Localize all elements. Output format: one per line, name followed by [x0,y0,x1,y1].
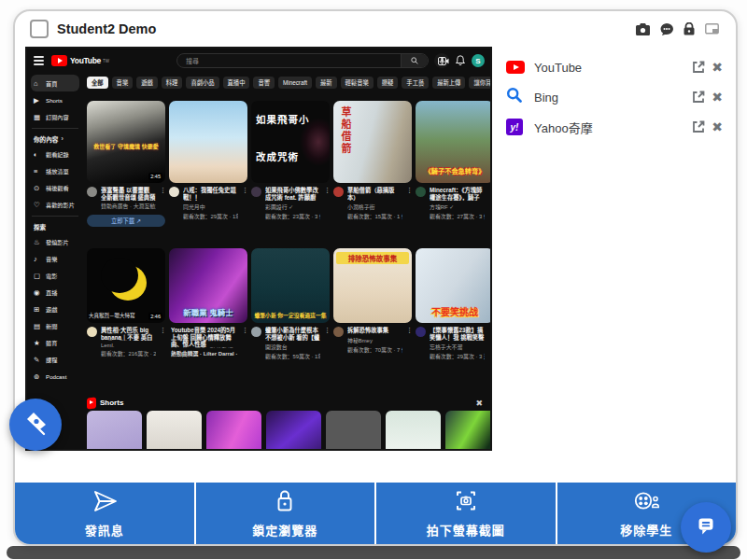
tab-row-youtube: YouTube ✖ [506,52,723,82]
thumbnail-text: 改成咒術 [256,149,299,163]
yt-sidebar-history: ◐觀看記錄 [27,146,83,162]
channel-name: 小潤格子街 [347,203,402,211]
yt-content: 全部 音樂 遊戲 料理 喜劇小品 直播中 音響 Minecraft 最新 輕鬆音… [83,73,490,449]
lock-icon[interactable] [684,22,695,35]
yahoo-icon: y! [506,119,523,135]
remove-student-icon [631,488,661,517]
chat-button[interactable] [681,502,731,553]
yt-notifications-icon [456,52,465,69]
watch-later-icon: ⊙ [34,184,46,192]
menu-icon [34,56,44,65]
video-thumbnail [169,101,247,183]
video-meta: 贊助商廣告 · 大潤互動力勁：6.0分 [101,202,156,210]
kebab-menu-icon: ⋮ [324,187,330,220]
thumbnail-text: 不要笑挑战 [416,304,490,318]
chip: 全部 [87,77,108,89]
duration-badge: 2:45 [148,173,162,180]
yt-sidebar-liked-videos: ♡喜歡的影片 [27,196,83,213]
video-meta: 觀看次數：29萬次 · 3 週前 [430,352,485,360]
action-bar: 發訊息 鎖定瀏覽器 移除學生 拍下螢幕截圖 移除學生 [15,483,736,544]
video-card: 如果飛哥小 改成咒術 如果飛哥小佛數學改成咒術 feat. 許願廚行 彩圖設行 … [251,101,330,227]
thumbnail-text: 蠟筆小新 你一定沒看過這一集 [253,311,328,319]
send-message-button[interactable]: 發訊息 [15,483,194,544]
thumbnail-text: 新職業 鬼騎士 [169,306,247,317]
banana-graphic [109,265,147,301]
video-thumbnail: 排除恐怖故事集 [333,248,412,323]
chip: 讓你耳目一新的影片 [469,77,490,89]
thumbnail-text: 救世看了 守境魔境 快要愛 [91,142,162,150]
close-tab-icon[interactable]: ✖ [712,119,723,134]
live-icon: ◉ [34,288,46,297]
yt-search-placeholder: 搜尋 [177,56,401,65]
podcast-icon: ⊚ [34,372,46,381]
channel-name: 方塊RF ✓ [430,203,485,211]
close-tab-icon[interactable]: ✖ [712,60,723,75]
close-tab-icon[interactable]: ✖ [712,90,723,105]
video-thumbnail: 蠟筆小新 你一定沒看過這一集 [251,248,330,323]
student-name-title: Student2 Demo [57,21,156,36]
select-student-checkbox[interactable] [30,20,49,38]
tab-label: YouTube [534,61,691,75]
chip: 直播中 [223,77,250,89]
channel-avatar [87,327,97,337]
yt-search-bar: 搜尋 [176,53,429,68]
short-thumbnail [445,411,490,449]
camera-icon[interactable] [636,23,650,35]
news-icon: ▤ [34,322,46,330]
chip: 料理 [162,77,183,89]
open-in-new-icon[interactable] [691,90,706,105]
video-title: 八戒：我獨任兔史詛戰！！ [183,187,238,201]
lock-browser-button[interactable]: 鎖定瀏覽器 [194,483,375,544]
yt-sidebar-you-header: 你的內容› [27,132,83,146]
video-title: 【樂事懷舊23款】搞笑懶人！我 挑戰笑聲忍了切切哈哈哈哈 [430,327,485,341]
video-card: 大真猴烈－嗯大特寫 2:46 異性相·大芭乐 big banana｜不要 英白無… [87,248,165,360]
yt-sidebar-subscriptions: ▦訂閱內容 [27,108,83,125]
screen-share-icon[interactable] [705,23,719,35]
trending-icon: ♨ [34,238,46,246]
yt-sidebar-watch-later: ⊙稍後觀看 [27,179,83,196]
chip: 音響 [253,77,275,89]
tab-row-yahoo: y! Yahoo奇摩 ✖ [506,112,723,142]
sports-icon: ★ [34,339,46,347]
video-title: 張富聲墨 以書畫觀 全新觀世音頌 盛典預約中 [101,187,156,201]
home-icon: ⌂ [34,79,46,88]
yt-create-icon [438,52,449,69]
channel-avatar [333,327,344,337]
lock-icon [273,488,297,517]
kebab-menu-icon: ⋮ [160,187,165,210]
student-card: Student2 Demo YouTube TW 搜尋 [13,9,738,546]
youtube-play-icon [51,55,67,66]
student-screen-thumbnail: YouTube TW 搜尋 S ⌂首頁 ▶Shorts ▦訂閱內容 [25,47,492,451]
channel-avatar [251,327,261,337]
chat-icon[interactable] [660,23,673,35]
video-meta: 觀看次數：59萬次 · 1年前 [265,352,320,360]
chip: 遊戲 [136,77,158,89]
history-icon: ◐ [34,150,46,159]
yt-sidebar-news: ▤新聞 [27,317,83,334]
open-in-new-icon[interactable] [691,119,706,134]
thumbnail-text: 大真猴烈－嗯大特寫 [89,312,135,319]
ad-download-button: 立即下載 ↗ [87,215,165,227]
yt-sidebar-explore-header: 探索 [27,219,83,233]
video-meta: 觀看次數：70萬次 · 7 個月前 [347,345,402,354]
youtube-wordmark: YouTube [70,56,101,65]
kebab-menu-icon: ⋮ [242,327,247,357]
duration-badge: 2:46 [148,313,162,320]
shorts-close-icon: ✖ [475,399,483,408]
shorts-logo-icon [87,398,96,409]
video-card: 《騎子不会急转弯》 Minecraft：《方塊師權途生存賽》，騎子不會急轉彎【方… [416,101,490,227]
bottom-dock-bar [7,546,740,559]
chip: 輕鬆音樂 [341,77,374,89]
yt-sidebar-music: ♪音樂 [27,250,83,267]
youtube-icon [506,61,525,74]
video-thumbnail: 如果飛哥小 改成咒術 [251,101,330,183]
video-card: 草船借箭 草船借箭（惡搞版本） 小潤格子街 觀看次數：15萬次 · 1 個月前 … [333,101,412,227]
short-thumbnail [87,411,142,449]
take-screenshot-button[interactable]: 移除學生 拍下螢幕截圖 [374,483,556,544]
courses-icon: ✎ [34,356,46,364]
video-title: Minecraft：《方塊師權途生存賽》，騎子不會急轉彎【方塊... [430,187,485,201]
video-card: 排除恐怖故事集 拆解恐怖故事集 神秘Bmey 觀看次數：70萬次 · 7 個月前… [333,248,412,360]
annotate-button[interactable] [9,399,62,451]
open-in-new-icon[interactable] [691,60,706,75]
thumbnail-text: 《騎子不会急转弯》 [416,166,490,175]
